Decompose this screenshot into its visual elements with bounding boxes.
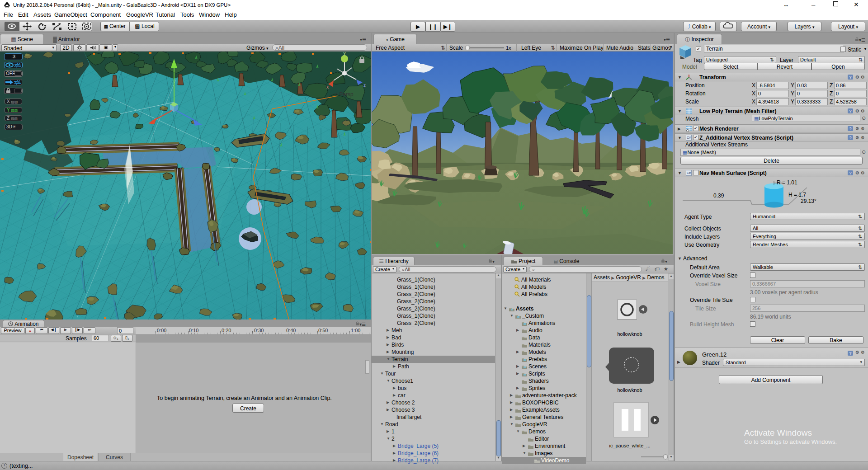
svg-text:?: ? (849, 127, 851, 131)
svg-text:?: ? (849, 109, 851, 113)
svg-text:?: ? (849, 171, 851, 175)
svg-text:H = 1.7: H = 1.7 (788, 192, 806, 198)
svg-text:z: z (363, 83, 366, 88)
svg-text:?: ? (849, 75, 851, 80)
svg-text:?: ? (849, 136, 851, 140)
svg-text:< Persp: < Persp (335, 91, 354, 98)
svg-text:29.13°: 29.13° (801, 198, 816, 204)
svg-text:?: ? (849, 351, 851, 356)
svg-text:0.39: 0.39 (713, 193, 724, 199)
svg-text:R = 1.01: R = 1.01 (777, 179, 797, 186)
svg-text:y: y (344, 52, 346, 56)
svg-text:x: x (326, 85, 329, 89)
